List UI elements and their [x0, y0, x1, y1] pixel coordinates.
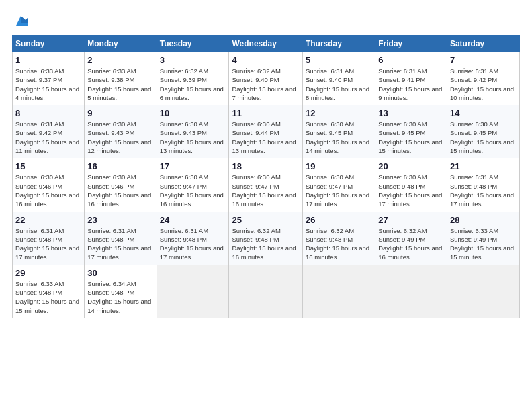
sunset-text: Sunset: 9:41 PM [378, 76, 425, 83]
daylight-text: Daylight: 15 hours and 16 minutes. [87, 191, 151, 208]
calendar-header-sunday: Sunday [13, 36, 85, 52]
calendar-cell: 11Sunrise: 6:30 AMSunset: 9:44 PMDayligh… [229, 105, 302, 158]
daylight-text: Daylight: 15 hours and 13 minutes. [160, 138, 224, 154]
sunrise-text: Sunrise: 6:32 AM [232, 227, 280, 234]
calendar-cell: 2Sunrise: 6:33 AMSunset: 9:38 PMDaylight… [85, 52, 157, 105]
sunset-text: Sunset: 9:40 PM [232, 76, 279, 83]
daylight-text: Daylight: 15 hours and 15 minutes. [15, 298, 79, 314]
daylight-text: Daylight: 15 hours and 15 minutes. [378, 138, 442, 154]
calendar-cell: 14Sunrise: 6:30 AMSunset: 9:45 PMDayligh… [447, 105, 519, 158]
sunset-text: Sunset: 9:48 PM [15, 236, 62, 243]
sunset-text: Sunset: 9:48 PM [87, 236, 134, 243]
calendar-cell: 4Sunrise: 6:32 AMSunset: 9:40 PMDaylight… [229, 52, 302, 105]
sunrise-text: Sunrise: 6:30 AM [378, 120, 427, 128]
day-info: Sunrise: 6:30 AMSunset: 9:44 PMDaylight:… [232, 120, 299, 155]
day-info: Sunrise: 6:32 AMSunset: 9:48 PMDaylight:… [306, 226, 372, 262]
sunset-text: Sunset: 9:48 PM [378, 183, 425, 190]
calendar-cell: 9Sunrise: 6:30 AMSunset: 9:43 PMDaylight… [85, 105, 157, 158]
sunrise-text: Sunrise: 6:30 AM [450, 120, 498, 128]
day-info: Sunrise: 6:30 AMSunset: 9:45 PMDaylight:… [450, 120, 517, 155]
day-info: Sunrise: 6:33 AMSunset: 9:48 PMDaylight:… [15, 279, 81, 315]
sunset-text: Sunset: 9:37 PM [15, 76, 62, 83]
calendar-cell [302, 265, 375, 318]
calendar-cell [375, 265, 447, 318]
sunrise-text: Sunrise: 6:31 AM [15, 227, 64, 234]
day-info: Sunrise: 6:30 AMSunset: 9:47 PMDaylight:… [160, 173, 226, 208]
sunrise-text: Sunrise: 6:32 AM [232, 67, 280, 75]
daylight-text: Daylight: 15 hours and 12 minutes. [87, 138, 151, 154]
day-number: 11 [232, 108, 299, 118]
calendar-header-wednesday: Wednesday [229, 36, 302, 52]
sunrise-text: Sunrise: 6:31 AM [87, 227, 136, 234]
day-number: 1 [15, 55, 81, 65]
logo-icon [13, 13, 28, 28]
sunrise-text: Sunrise: 6:30 AM [87, 120, 136, 128]
daylight-text: Daylight: 15 hours and 8 minutes. [306, 85, 369, 101]
calendar-cell: 27Sunrise: 6:32 AMSunset: 9:49 PMDayligh… [375, 212, 447, 265]
day-number: 25 [232, 215, 299, 225]
daylight-text: Daylight: 15 hours and 16 minutes. [378, 244, 442, 261]
day-number: 17 [160, 161, 226, 171]
daylight-text: Daylight: 15 hours and 15 minutes. [450, 244, 514, 261]
day-number: 27 [378, 215, 444, 225]
calendar-cell [229, 265, 302, 318]
daylight-text: Daylight: 15 hours and 5 minutes. [87, 85, 151, 101]
daylight-text: Daylight: 15 hours and 10 minutes. [450, 85, 514, 101]
sunrise-text: Sunrise: 6:33 AM [15, 280, 64, 287]
day-number: 15 [15, 161, 81, 171]
day-number: 26 [306, 215, 372, 225]
calendar-header-tuesday: Tuesday [157, 36, 229, 52]
sunset-text: Sunset: 9:43 PM [87, 129, 134, 136]
sunrise-text: Sunrise: 6:31 AM [306, 67, 354, 75]
day-info: Sunrise: 6:34 AMSunset: 9:48 PMDaylight:… [87, 279, 153, 315]
day-info: Sunrise: 6:31 AMSunset: 9:48 PMDaylight:… [160, 226, 226, 262]
sunset-text: Sunset: 9:42 PM [450, 76, 497, 83]
day-number: 7 [450, 55, 517, 65]
day-number: 21 [450, 161, 517, 171]
daylight-text: Daylight: 15 hours and 14 minutes. [306, 138, 369, 154]
day-info: Sunrise: 6:31 AMSunset: 9:40 PMDaylight:… [306, 66, 372, 102]
day-info: Sunrise: 6:30 AMSunset: 9:48 PMDaylight:… [378, 173, 444, 208]
daylight-text: Daylight: 15 hours and 15 minutes. [450, 138, 514, 154]
calendar-cell: 8Sunrise: 6:31 AMSunset: 9:42 PMDaylight… [13, 105, 85, 158]
day-info: Sunrise: 6:30 AMSunset: 9:43 PMDaylight:… [160, 120, 226, 155]
calendar-cell: 3Sunrise: 6:32 AMSunset: 9:39 PMDaylight… [157, 52, 229, 105]
sunset-text: Sunset: 9:45 PM [306, 129, 353, 136]
day-info: Sunrise: 6:32 AMSunset: 9:48 PMDaylight:… [232, 226, 299, 262]
daylight-text: Daylight: 15 hours and 17 minutes. [450, 191, 514, 208]
calendar-cell: 29Sunrise: 6:33 AMSunset: 9:48 PMDayligh… [13, 265, 85, 318]
calendar-cell: 30Sunrise: 6:34 AMSunset: 9:48 PMDayligh… [85, 265, 157, 318]
calendar-cell: 16Sunrise: 6:30 AMSunset: 9:46 PMDayligh… [85, 158, 157, 212]
daylight-text: Daylight: 15 hours and 4 minutes. [15, 85, 79, 101]
sunset-text: Sunset: 9:46 PM [87, 183, 134, 190]
calendar-cell: 10Sunrise: 6:30 AMSunset: 9:43 PMDayligh… [157, 105, 229, 158]
calendar-cell: 19Sunrise: 6:30 AMSunset: 9:47 PMDayligh… [302, 158, 375, 212]
daylight-text: Daylight: 15 hours and 17 minutes. [160, 244, 224, 261]
day-number: 13 [378, 108, 444, 118]
calendar-table: SundayMondayTuesdayWednesdayThursdayFrid… [12, 35, 520, 318]
day-number: 19 [306, 161, 372, 171]
day-info: Sunrise: 6:31 AMSunset: 9:48 PMDaylight:… [87, 226, 153, 262]
calendar-week-row: 15Sunrise: 6:30 AMSunset: 9:46 PMDayligh… [13, 158, 520, 212]
sunrise-text: Sunrise: 6:31 AM [160, 227, 208, 234]
sunrise-text: Sunrise: 6:30 AM [232, 120, 280, 128]
day-info: Sunrise: 6:31 AMSunset: 9:42 PMDaylight:… [450, 66, 517, 102]
calendar-week-row: 22Sunrise: 6:31 AMSunset: 9:48 PMDayligh… [13, 212, 520, 265]
calendar-header-thursday: Thursday [302, 36, 375, 52]
sunset-text: Sunset: 9:40 PM [306, 76, 353, 83]
day-info: Sunrise: 6:30 AMSunset: 9:46 PMDaylight:… [15, 173, 81, 208]
day-number: 4 [232, 55, 299, 65]
calendar-cell [157, 265, 229, 318]
day-number: 24 [160, 215, 226, 225]
day-number: 12 [306, 108, 372, 118]
day-number: 6 [378, 55, 444, 65]
daylight-text: Daylight: 15 hours and 17 minutes. [378, 191, 442, 208]
sunrise-text: Sunrise: 6:30 AM [232, 173, 280, 181]
day-number: 30 [87, 268, 153, 278]
daylight-text: Daylight: 15 hours and 16 minutes. [15, 191, 79, 208]
day-info: Sunrise: 6:30 AMSunset: 9:43 PMDaylight:… [87, 120, 153, 155]
day-number: 29 [15, 268, 81, 278]
calendar-cell [447, 265, 519, 318]
sunrise-text: Sunrise: 6:30 AM [160, 120, 208, 128]
page: SundayMondayTuesdayWednesdayThursdayFrid… [0, 0, 532, 411]
